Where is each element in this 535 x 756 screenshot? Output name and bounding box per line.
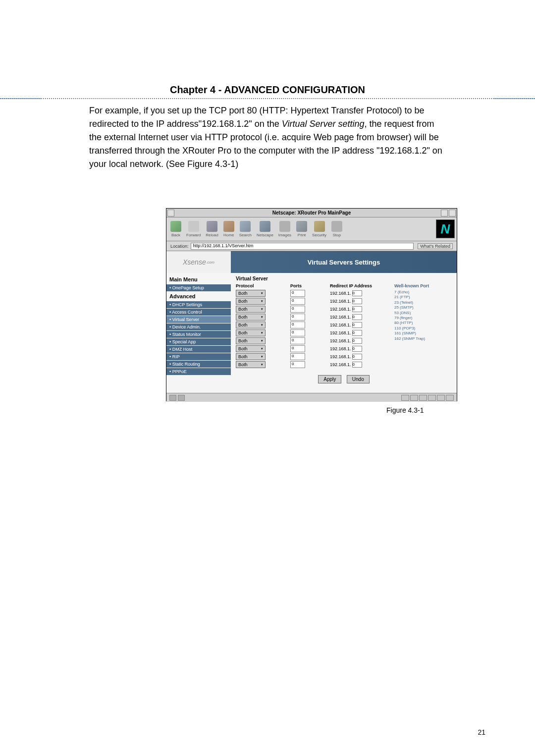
search-button[interactable]: Search <box>239 221 252 237</box>
stop-button[interactable]: Stop <box>331 221 342 237</box>
ip-input-5[interactable]: 0 <box>352 322 362 328</box>
reload-icon <box>207 221 217 232</box>
netscape-label: Netscape <box>257 233 273 237</box>
sidebar-item-rip[interactable]: • RIP <box>166 353 231 360</box>
sidebar-item-virtual-server[interactable]: • Virtual Server <box>166 316 231 323</box>
stop-label: Stop <box>333 233 341 237</box>
ip-input-2[interactable]: 0 <box>352 298 362 304</box>
images-button[interactable]: Images <box>278 221 291 237</box>
netscape-n-icon: N <box>436 220 454 238</box>
sidebar-item-static-routing[interactable]: • Static Routing <box>166 361 231 368</box>
wellknown-port-dns: 53 (DNS) <box>394 311 452 316</box>
protocol-select-8[interactable]: Both▾ <box>236 345 266 352</box>
ip-input-6[interactable]: 0 <box>352 330 362 336</box>
sidebar-item-dhcp[interactable]: • DHCP Settings <box>166 301 231 308</box>
window-title: Netscape: XRouter Pro MainPage <box>272 210 351 216</box>
protocol-select-4[interactable]: Both▾ <box>236 314 266 321</box>
chevron-down-icon: ▾ <box>261 307 263 311</box>
sidebar-item-onepage[interactable]: • OnePage Setup <box>166 284 231 291</box>
status-mini-6[interactable] <box>446 395 454 401</box>
chevron-down-icon: ▾ <box>261 355 263 359</box>
print-icon <box>296 221 307 232</box>
status-mini-3[interactable] <box>419 395 427 401</box>
port-input-6[interactable]: 0 <box>290 329 305 336</box>
port-input-5[interactable]: 0 <box>290 322 305 328</box>
security-button[interactable]: Security <box>312 221 326 237</box>
window-maximize-icon[interactable] <box>449 210 456 216</box>
protocol-select-1[interactable]: Both▾ <box>236 290 266 297</box>
images-icon <box>279 221 290 232</box>
figure-caption: Figure 4.3-1 <box>386 406 424 414</box>
sidebar-item-dmz[interactable]: • DMZ Host <box>166 346 231 353</box>
body-paragraph: For example, if you set up the TCP port … <box>89 104 446 171</box>
protocol-select-9[interactable]: Both▾ <box>236 353 266 360</box>
home-button[interactable]: Home <box>223 221 234 237</box>
protocol-select-7[interactable]: Both▾ <box>236 337 266 344</box>
ip-row-6: 192.168.1.0 <box>330 329 394 336</box>
apply-button[interactable]: Apply <box>318 375 341 383</box>
ip-input-10[interactable]: 0 <box>352 362 362 368</box>
home-label: Home <box>223 233 234 237</box>
status-icon-1 <box>169 395 176 401</box>
ip-input-3[interactable]: 0 <box>352 306 362 312</box>
sidebar-item-device-admin[interactable]: • Device Admin. <box>166 324 231 330</box>
forward-label: Forward <box>186 233 201 237</box>
ip-row-10: 192.168.1.0 <box>330 361 394 368</box>
location-input[interactable]: http://192.168.1.1/VServer.htm <box>191 243 414 250</box>
protocol-select-6[interactable]: Both▾ <box>236 329 266 336</box>
ip-row-8: 192.168.1.0 <box>330 345 394 352</box>
port-input-7[interactable]: 0 <box>290 337 305 344</box>
undo-button[interactable]: Undo <box>347 375 370 383</box>
sidebar-item-special-app[interactable]: • Special App <box>166 338 231 345</box>
port-input-8[interactable]: 0 <box>290 345 305 352</box>
search-label: Search <box>239 233 252 237</box>
window-menu-icon[interactable] <box>167 210 174 216</box>
port-input-10[interactable]: 0 <box>290 361 305 368</box>
status-bar <box>166 393 457 402</box>
port-input-2[interactable]: 0 <box>290 298 305 305</box>
forward-button[interactable]: Forward <box>186 221 201 237</box>
ip-input-7[interactable]: 0 <box>352 338 362 344</box>
port-input-1[interactable]: 0 <box>290 290 305 297</box>
back-button[interactable]: Back <box>170 221 181 237</box>
status-mini-5[interactable] <box>437 395 445 401</box>
search-icon <box>240 221 251 232</box>
wellknown-port-ftp: 21 (FTP) <box>394 295 452 300</box>
ip-input-8[interactable]: 0 <box>352 346 362 352</box>
chevron-down-icon: ▾ <box>261 299 263 303</box>
sidebar-item-pppoe[interactable]: • PPPoE <box>166 368 231 375</box>
netscape-button[interactable]: Netscape <box>257 221 273 237</box>
sidebar-item-status[interactable]: • Status Monitor <box>166 331 231 338</box>
security-icon <box>314 221 325 232</box>
ip-input-1[interactable]: 0 <box>352 290 362 296</box>
ip-row-9: 192.168.1.0 <box>330 353 394 360</box>
ports-header: Ports <box>290 283 330 288</box>
reload-button[interactable]: Reload <box>206 221 218 237</box>
whats-related-button[interactable]: What's Related <box>418 243 453 249</box>
sidebar-item-access[interactable]: • Access Control <box>166 309 231 316</box>
ip-input-4[interactable]: 0 <box>352 314 362 320</box>
protocol-select-10[interactable]: Both▾ <box>236 361 266 368</box>
reload-label: Reload <box>206 233 218 237</box>
xsense-logo: Xsense.com <box>166 251 231 273</box>
status-icon-2 <box>178 395 185 401</box>
wellknown-port-telnet: 23 (Telnet) <box>394 300 452 305</box>
protocol-select-2[interactable]: Both▾ <box>236 298 266 305</box>
print-button[interactable]: Print <box>296 221 307 237</box>
port-input-3[interactable]: 0 <box>290 306 305 313</box>
banner-title: Virtual Servers Settings <box>231 259 457 266</box>
status-mini-2[interactable] <box>410 395 418 401</box>
ip-row-1: 192.168.1.0 <box>330 290 394 297</box>
protocol-select-3[interactable]: Both▾ <box>236 306 266 313</box>
port-input-4[interactable]: 0 <box>290 314 305 321</box>
protocol-select-5[interactable]: Both▾ <box>236 322 266 328</box>
forward-icon <box>188 221 199 232</box>
wellknown-port-snmptrap: 162 (SNMP Trap) <box>394 336 452 341</box>
status-mini-4[interactable] <box>428 395 436 401</box>
port-input-9[interactable]: 0 <box>290 353 305 360</box>
status-mini-1[interactable] <box>401 395 409 401</box>
window-minimize-icon[interactable] <box>441 210 448 216</box>
ip-input-9[interactable]: 0 <box>352 354 362 360</box>
chevron-down-icon: ▾ <box>261 363 263 367</box>
back-icon <box>170 221 181 232</box>
